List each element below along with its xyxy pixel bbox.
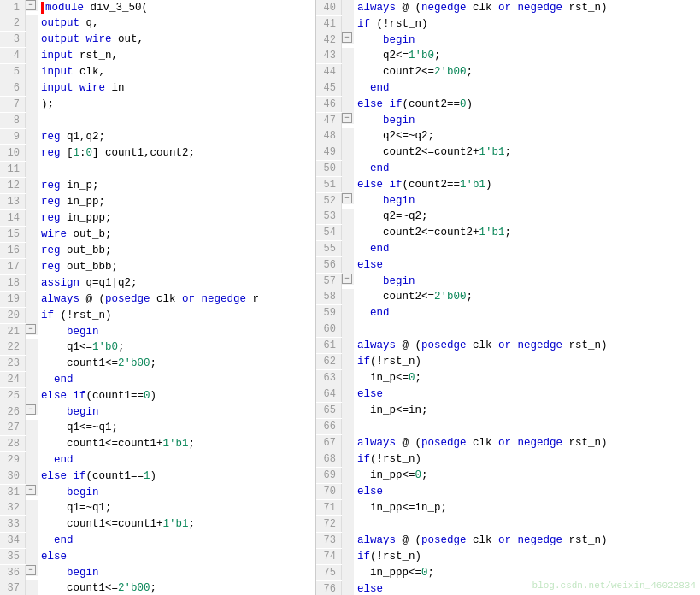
- table-row: 11: [0, 162, 315, 178]
- fold-icon[interactable]: −: [342, 193, 354, 204]
- table-row: 4 input rst_n,: [0, 48, 315, 64]
- line-number: 46: [316, 97, 342, 112]
- line-content: wire out_b;: [38, 227, 315, 242]
- line-content: end: [354, 80, 700, 96]
- line-number: 30: [0, 468, 26, 484]
- table-row: 74 if(!rst_n): [316, 549, 700, 565]
- line-content: begin: [38, 324, 315, 339]
- fold-icon[interactable]: −: [342, 113, 354, 124]
- line-gutter: [342, 500, 354, 516]
- right-code-area: 40 always @ (negedge clk or negedge rst_…: [316, 0, 700, 595]
- line-number: 27: [0, 420, 26, 435]
- line-number: 14: [0, 210, 26, 226]
- fold-minus-icon[interactable]: −: [26, 0, 36, 10]
- table-row: 23 count1<=2'b00;: [0, 356, 315, 372]
- fold-icon[interactable]: −: [26, 485, 38, 496]
- line-content: input rst_n,: [38, 48, 315, 63]
- line-number: 49: [316, 144, 342, 160]
- line-number: 40: [316, 0, 342, 15]
- line-content: begin: [38, 404, 315, 420]
- fold-icon[interactable]: −: [26, 404, 38, 415]
- line-number: 13: [0, 194, 26, 209]
- line-gutter: [26, 80, 38, 97]
- table-row: 50 end: [316, 161, 700, 177]
- line-gutter: [342, 241, 354, 257]
- line-gutter: [342, 177, 354, 193]
- line-number: 59: [316, 305, 342, 321]
- right-pane: 40 always @ (negedge clk or negedge rst_…: [316, 0, 700, 595]
- line-content: count1<=2'b00;: [38, 356, 315, 371]
- line-content: if (!rst_n): [354, 16, 700, 32]
- fold-minus-icon[interactable]: −: [26, 485, 36, 495]
- line-content: q2=~q2;: [354, 209, 700, 224]
- fold-icon[interactable]: −: [342, 274, 354, 285]
- line-content: end: [354, 241, 700, 256]
- line-number: 26: [0, 404, 26, 420]
- table-row: 16 reg out_bb;: [0, 243, 315, 259]
- fold-minus-icon[interactable]: −: [26, 565, 36, 575]
- line-content: end: [354, 161, 700, 176]
- line-content: end: [38, 533, 315, 548]
- line-number: 29: [0, 452, 26, 468]
- line-number: 21: [0, 324, 26, 339]
- fold-icon[interactable]: −: [342, 32, 354, 44]
- line-content: begin: [354, 113, 700, 128]
- line-gutter: [342, 64, 354, 80]
- line-gutter: [26, 292, 38, 308]
- line-gutter: [26, 194, 38, 210]
- line-number: 34: [0, 533, 26, 548]
- line-gutter: [26, 275, 38, 292]
- line-content: input wire in: [38, 80, 315, 96]
- line-gutter: [26, 227, 38, 243]
- line-number: 15: [0, 227, 26, 242]
- line-number: 71: [316, 500, 342, 515]
- line-gutter: [342, 516, 354, 533]
- line-content: q1=~q1;: [38, 500, 315, 515]
- fold-minus-icon[interactable]: −: [26, 404, 36, 415]
- table-row: 47− begin: [316, 113, 700, 128]
- line-number: 4: [0, 48, 26, 63]
- line-number: 20: [0, 308, 26, 323]
- table-row: 63 in_p<=0;: [316, 370, 700, 386]
- line-content: reg in_ppp;: [38, 210, 315, 226]
- line-number: 72: [316, 516, 342, 532]
- line-content: if (!rst_n): [38, 308, 315, 323]
- line-content: module div_3_50(: [38, 0, 315, 15]
- table-row: 57− begin: [316, 274, 700, 289]
- fold-minus-icon[interactable]: −: [26, 324, 36, 334]
- line-number: 62: [316, 354, 342, 369]
- line-content: in_ppp<=0;: [354, 565, 700, 580]
- error-indicator: [41, 2, 44, 14]
- line-gutter: [342, 468, 354, 484]
- line-content: count2<=2'b00;: [354, 289, 700, 304]
- table-row: 45 end: [316, 80, 700, 97]
- fold-icon[interactable]: −: [26, 324, 38, 335]
- line-number: 10: [0, 145, 26, 161]
- line-gutter: [342, 451, 354, 468]
- line-gutter: [26, 356, 38, 372]
- fold-minus-icon[interactable]: −: [342, 274, 352, 284]
- line-number: 69: [316, 468, 342, 483]
- fold-minus-icon[interactable]: −: [342, 32, 352, 43]
- line-gutter: [26, 113, 38, 129]
- table-row: 44 count2<=2'b00;: [316, 64, 700, 80]
- line-number: 8: [0, 113, 26, 128]
- line-content: else if(count2==1'b1): [354, 177, 700, 192]
- table-row: 64 else: [316, 386, 700, 403]
- table-row: 68 if(!rst_n): [316, 451, 700, 468]
- fold-icon[interactable]: −: [26, 0, 38, 11]
- line-number: 57: [316, 274, 342, 289]
- line-gutter: [26, 468, 38, 485]
- line-gutter: [26, 32, 38, 48]
- fold-minus-icon[interactable]: −: [342, 113, 352, 123]
- line-content: begin: [354, 193, 700, 209]
- line-gutter: [342, 370, 354, 386]
- line-content: else: [354, 257, 700, 273]
- fold-minus-icon[interactable]: −: [342, 193, 352, 203]
- table-row: 46 else if(count2==0): [316, 97, 700, 113]
- line-number: 60: [316, 321, 342, 337]
- line-content: count2<=count2+1'b1;: [354, 144, 700, 160]
- line-content: else: [38, 549, 315, 564]
- line-number: 45: [316, 80, 342, 96]
- fold-icon[interactable]: −: [26, 565, 38, 576]
